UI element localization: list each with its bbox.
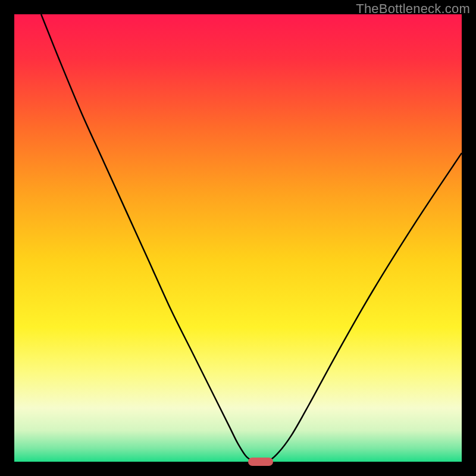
minimum-marker xyxy=(248,458,273,466)
bottleneck-curve xyxy=(14,14,462,462)
curve-path xyxy=(41,14,462,462)
watermark-text: TheBottleneck.com xyxy=(356,1,470,17)
chart-frame: TheBottleneck.com xyxy=(0,0,476,476)
plot-area xyxy=(14,14,462,462)
